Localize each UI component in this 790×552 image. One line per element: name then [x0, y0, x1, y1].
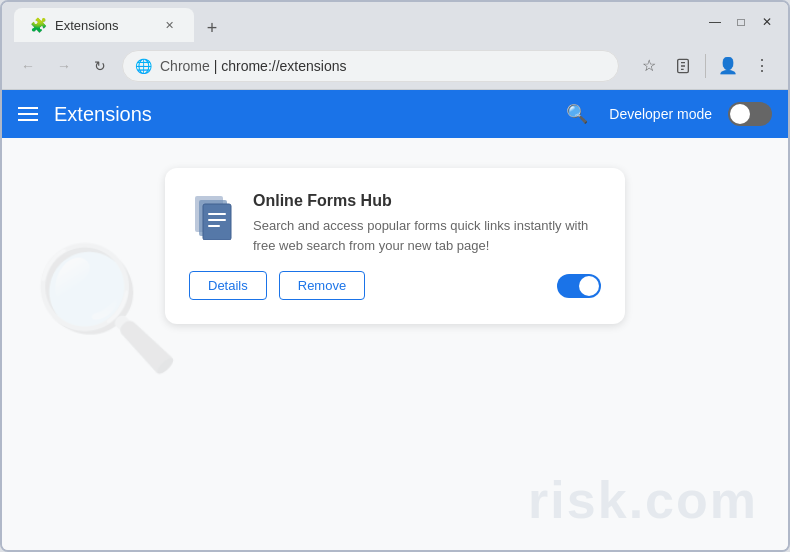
developer-mode-toggle[interactable]: [728, 102, 772, 126]
extensions-header: Extensions 🔍 Developer mode: [2, 90, 788, 138]
main-content: 🔍 risk.com Online Forms: [2, 138, 788, 550]
minimize-button[interactable]: —: [706, 13, 724, 31]
browser-window: 🧩 Extensions ✕ + — □ ✕ ← → ↻ 🌐 Chrome | …: [0, 0, 790, 552]
back-button[interactable]: ←: [14, 52, 42, 80]
url-text: Chrome | chrome://extensions: [160, 58, 606, 74]
header-search-button[interactable]: 🔍: [561, 98, 593, 130]
tab-favicon: 🧩: [30, 17, 47, 33]
security-icon: 🌐: [135, 58, 152, 74]
forward-button[interactable]: →: [50, 52, 78, 80]
window-controls: — □ ✕: [706, 13, 776, 31]
title-bar: 🧩 Extensions ✕ + — □ ✕: [2, 2, 788, 42]
url-actions: ☆ 👤 ⋮: [635, 52, 776, 80]
tab-title: Extensions: [55, 18, 152, 33]
maximize-button[interactable]: □: [732, 13, 750, 31]
developer-mode-label: Developer mode: [609, 106, 712, 122]
close-button[interactable]: ✕: [758, 13, 776, 31]
extensions-title: Extensions: [54, 103, 545, 126]
hamburger-menu[interactable]: [18, 107, 38, 121]
extension-card: Online Forms Hub Search and access popul…: [165, 168, 625, 324]
active-tab[interactable]: 🧩 Extensions ✕: [14, 8, 194, 42]
read-later-button[interactable]: [669, 52, 697, 80]
extension-enable-toggle[interactable]: [557, 274, 601, 298]
remove-button[interactable]: Remove: [279, 271, 365, 300]
url-bar[interactable]: 🌐 Chrome | chrome://extensions: [122, 50, 619, 82]
bookmark-button[interactable]: ☆: [635, 52, 663, 80]
svg-rect-3: [203, 204, 231, 240]
extension-name: Online Forms Hub: [253, 192, 601, 210]
tab-close-button[interactable]: ✕: [160, 16, 178, 34]
url-path: chrome://extensions: [221, 58, 346, 74]
profile-button[interactable]: 👤: [714, 52, 742, 80]
card-top: Online Forms Hub Search and access popul…: [189, 192, 601, 255]
refresh-button[interactable]: ↻: [86, 52, 114, 80]
separator: [705, 54, 706, 78]
tab-area: 🧩 Extensions ✕ +: [14, 2, 698, 42]
address-bar: ← → ↻ 🌐 Chrome | chrome://extensions ☆ 👤…: [2, 42, 788, 90]
watermark-text: risk.com: [528, 470, 758, 530]
card-bottom: Details Remove: [189, 271, 601, 300]
url-protocol: Chrome: [160, 58, 210, 74]
extension-description: Search and access popular forms quick li…: [253, 216, 601, 255]
watermark-magnifier: 🔍: [32, 238, 182, 379]
details-button[interactable]: Details: [189, 271, 267, 300]
menu-button[interactable]: ⋮: [748, 52, 776, 80]
extension-info: Online Forms Hub Search and access popul…: [253, 192, 601, 255]
extension-icon: [189, 192, 237, 240]
new-tab-button[interactable]: +: [198, 14, 226, 42]
